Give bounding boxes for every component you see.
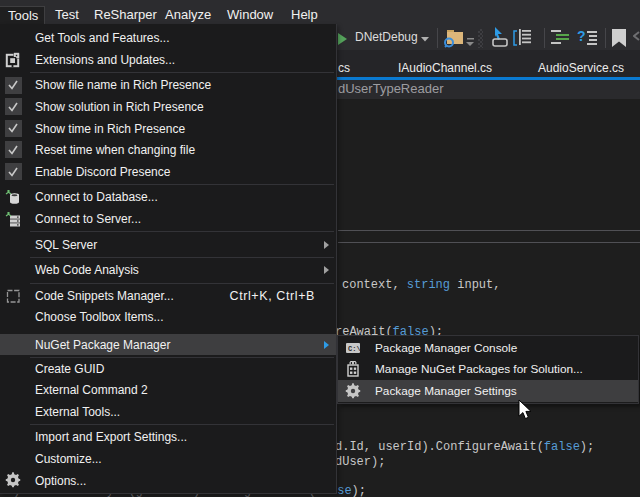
- svg-text:?: ?: [577, 28, 586, 44]
- svg-text:C:\: C:\: [348, 345, 361, 353]
